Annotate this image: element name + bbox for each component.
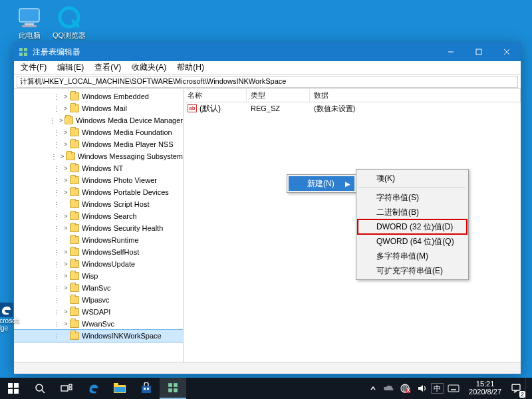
tree-node[interactable]: ⋮>WindowsUpdate — [14, 258, 183, 270]
tree-node[interactable]: ⋮>Windows Messaging Subsystem — [14, 150, 183, 162]
taskbar-regedit[interactable] — [160, 378, 186, 399]
context-item[interactable]: 字符串值(S) — [358, 190, 467, 205]
tree-node-label: Windows Messaging Subsystem — [78, 152, 183, 160]
menu-view[interactable]: 查看(V) — [89, 61, 126, 74]
tree-node[interactable]: ⋮>WSDAPI — [14, 306, 183, 318]
column-name[interactable]: 名称 — [184, 89, 247, 102]
tree-node[interactable]: ⋮>Windows Media Foundation — [14, 126, 183, 138]
tray-onedrive-icon[interactable] — [380, 378, 396, 399]
tree-node[interactable]: ⋮Windows Script Host — [14, 198, 183, 210]
tray-chevron-icon[interactable] — [367, 378, 379, 399]
desktop-icon-edge[interactable]: Microsoft Edge — [0, 303, 12, 332]
taskbar-store[interactable] — [133, 378, 160, 399]
task-view-button[interactable] — [53, 378, 80, 399]
expand-toggle-icon[interactable]: > — [62, 225, 70, 231]
show-desktop-button[interactable] — [525, 378, 529, 399]
expand-toggle-icon[interactable]: > — [62, 129, 70, 136]
tree-node[interactable]: ⋮>Windows Media Player NSS — [14, 138, 183, 150]
tree-node[interactable]: ⋮>Windows NT — [14, 162, 183, 174]
tree-node[interactable]: ⋮WindowsINKWorkSpace — [14, 330, 183, 342]
expand-toggle-icon[interactable]: > — [62, 165, 70, 172]
svg-rect-4 — [19, 48, 23, 51]
svg-rect-27 — [147, 388, 149, 390]
submenu-arrow-icon: ▶ — [345, 180, 350, 188]
minimize-button[interactable] — [437, 43, 465, 61]
tree-node-label: Windows Media Device Manager — [76, 116, 183, 124]
expand-toggle-icon[interactable]: > — [62, 141, 70, 148]
tree-node-label: Windows NT — [82, 164, 123, 172]
folder-icon — [70, 224, 79, 232]
menu-help[interactable]: 帮助(H) — [172, 61, 209, 74]
tree-node[interactable]: ⋮>Windows Media Device Manager — [14, 114, 183, 126]
context-item[interactable]: 项(K) — [358, 171, 467, 186]
expand-toggle-icon[interactable]: > — [62, 189, 70, 196]
expand-toggle-icon[interactable]: > — [62, 249, 70, 255]
expand-toggle-icon[interactable]: > — [62, 309, 70, 315]
menu-separator — [359, 188, 466, 188]
tree-node[interactable]: ⋮>WindowsSelfHost — [14, 246, 183, 258]
tree-node[interactable]: ⋮WindowsRuntime — [14, 234, 183, 246]
tray-ime-indicator[interactable]: 中 — [431, 383, 444, 394]
context-item[interactable]: DWORD (32 位)值(D) — [358, 219, 467, 234]
search-button[interactable] — [27, 378, 53, 399]
tree-node[interactable]: ⋮>Windows Portable Devices — [14, 186, 183, 198]
tree-node[interactable]: ⋮>WwanSvc — [14, 318, 183, 330]
tray-action-center-icon[interactable]: 2 — [508, 378, 524, 399]
context-item-new[interactable]: 新建(N) ▶ — [289, 176, 354, 191]
context-item[interactable]: 二进制值(B) — [358, 205, 467, 219]
folder-icon — [70, 188, 79, 196]
context-menu-new: 项(K)字符串值(S)二进制值(B)DWORD (32 位)值(D)QWORD … — [356, 169, 469, 280]
expand-toggle-icon[interactable]: > — [62, 105, 70, 112]
expand-toggle-icon[interactable]: > — [62, 285, 70, 291]
tree-node[interactable]: ⋮>WlanSvc — [14, 282, 183, 294]
list-body[interactable]: ab(默认) REG_SZ (数值未设置) — [184, 102, 521, 362]
tree-node[interactable]: ⋮>Windows Embedded — [14, 90, 183, 102]
desktop-icon-qq-browser[interactable]: QQ浏览器 — [49, 5, 89, 41]
menu-favorites[interactable]: 收藏夹(A) — [126, 61, 172, 74]
tray-clock[interactable]: 15:21 2020/8/27 — [464, 378, 507, 399]
menu-file[interactable]: 文件(F) — [15, 61, 52, 74]
tree-node-label: WwanSvc — [82, 320, 114, 328]
taskbar-explorer[interactable] — [106, 378, 133, 399]
tree-node-label: Windows Search — [82, 212, 137, 220]
tree-node[interactable]: ⋮>Windows Photo Viewer — [14, 174, 183, 186]
column-type[interactable]: 类型 — [247, 89, 310, 102]
column-data[interactable]: 数据 — [310, 89, 521, 102]
titlebar[interactable]: 注册表编辑器 — [14, 43, 521, 61]
tray-keyboard-icon[interactable] — [445, 378, 462, 399]
menu-edit[interactable]: 编辑(E) — [52, 61, 89, 74]
expand-toggle-icon[interactable]: > — [62, 213, 70, 219]
context-item[interactable]: QWORD (64 位)值(Q) — [358, 234, 467, 249]
expand-toggle-icon[interactable]: > — [59, 153, 66, 160]
svg-rect-28 — [168, 383, 172, 387]
tray-volume-icon[interactable] — [415, 378, 430, 399]
expand-toggle-icon[interactable]: > — [62, 261, 70, 267]
tree-node[interactable]: ⋮>Windows Mail — [14, 102, 183, 114]
context-item[interactable]: 多字符串值(M) — [358, 249, 467, 263]
registry-tree[interactable]: ⋮>Windows Embedded⋮>Windows Mail⋮>Window… — [14, 89, 184, 362]
folder-icon — [70, 296, 79, 304]
tree-node[interactable]: ⋮>Windows Search — [14, 210, 183, 222]
tree-node-label: WindowsUpdate — [82, 260, 135, 268]
close-button[interactable] — [493, 43, 521, 61]
expand-toggle-icon[interactable]: > — [58, 117, 65, 124]
tree-node-label: WlanSvc — [82, 284, 110, 292]
list-row[interactable]: ab(默认) REG_SZ (数值未设置) — [184, 102, 521, 114]
tree-node[interactable]: ⋮>Wisp — [14, 270, 183, 282]
context-menu-primary: 新建(N) ▶ — [287, 174, 356, 193]
taskbar-edge[interactable] — [80, 378, 106, 399]
expand-toggle-icon[interactable]: > — [62, 273, 70, 279]
tray-network-error-icon[interactable]: x — [398, 378, 414, 399]
tree-node[interactable]: ⋮>Windows Security Health — [14, 222, 183, 234]
maximize-button[interactable] — [465, 43, 493, 61]
svg-rect-24 — [114, 387, 125, 392]
context-item[interactable]: 可扩充字符串值(E) — [358, 263, 467, 278]
expand-toggle-icon[interactable]: > — [62, 321, 70, 327]
folder-icon — [66, 152, 74, 160]
expand-toggle-icon[interactable]: > — [62, 93, 70, 100]
expand-toggle-icon[interactable]: > — [62, 177, 70, 184]
desktop-icon-this-pc[interactable]: 此电脑 — [9, 5, 49, 41]
address-input[interactable] — [17, 76, 518, 88]
start-button[interactable] — [0, 378, 27, 399]
tree-node[interactable]: ⋮Wlpasvc — [14, 294, 183, 306]
